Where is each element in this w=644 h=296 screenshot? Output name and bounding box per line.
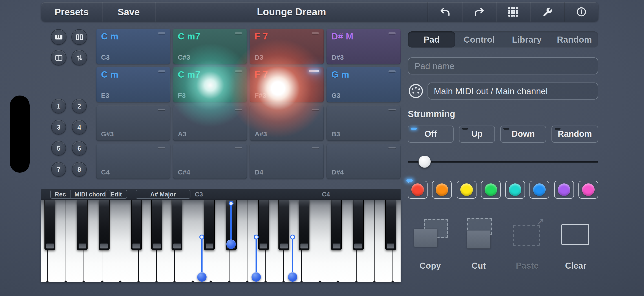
strum-down-button[interactable]: Down	[500, 126, 546, 143]
bank-button-8[interactable]: 8	[72, 162, 87, 177]
redo-button[interactable]	[462, 2, 496, 21]
copy-button[interactable]: Copy	[408, 217, 453, 271]
tab-pad[interactable]: Pad	[408, 31, 456, 47]
split-view-button[interactable]	[51, 50, 66, 65]
bank-button-1[interactable]: 1	[51, 99, 66, 114]
slider-knob[interactable]	[418, 156, 431, 168]
bank-button-5[interactable]: 5	[51, 141, 66, 156]
pad-name-input[interactable]	[408, 57, 598, 74]
bank-button-6[interactable]: 6	[72, 141, 87, 156]
pad-C3[interactable]: C mC3	[96, 29, 170, 64]
pad-G#3[interactable]: G#3	[96, 105, 170, 141]
black-key-F#2[interactable]	[131, 200, 142, 250]
note-pin-stem	[201, 238, 202, 277]
black-key-C#3[interactable]	[204, 200, 215, 250]
pad-C4[interactable]: C4	[96, 144, 170, 179]
strum-selected-led	[504, 128, 509, 129]
color-swatch-3[interactable]	[456, 181, 476, 199]
pad-active-led	[309, 70, 319, 72]
pad-led	[388, 147, 396, 149]
info-button[interactable]	[564, 2, 598, 21]
color-swatch-7[interactable]	[554, 181, 574, 199]
midi-route-field[interactable]: Main MIDI out / Main channel	[428, 83, 598, 100]
pad-note-label: E3	[101, 92, 109, 99]
pad-D4[interactable]: D4	[250, 144, 324, 179]
rec-button[interactable]: Rec	[51, 190, 70, 198]
note-pin-C3[interactable]	[197, 272, 206, 282]
color-dot	[558, 183, 570, 196]
black-key-G#3[interactable]	[278, 200, 289, 250]
strum-up-button[interactable]: Up	[459, 126, 495, 143]
pad-chord-label: C m7	[178, 70, 200, 80]
save-button[interactable]: Save	[102, 2, 156, 21]
tab-random[interactable]: Random	[550, 31, 598, 47]
color-swatch-4[interactable]	[481, 181, 501, 199]
pad-A3[interactable]: A3	[173, 105, 247, 141]
octave-label-C4: C4	[322, 191, 330, 198]
pad-B3[interactable]: B3	[326, 105, 400, 141]
pad-chord-label: C m	[101, 70, 118, 80]
layout-columns-icon	[75, 32, 84, 41]
pad-D3[interactable]: F 7D3	[250, 29, 324, 64]
bank-button-2[interactable]: 2	[72, 99, 87, 114]
clear-button[interactable]: Clear	[553, 217, 598, 271]
pad-C#3[interactable]: C m7C#3	[173, 29, 247, 64]
color-swatch-6[interactable]	[530, 181, 550, 199]
color-swatch-2[interactable]	[432, 181, 452, 199]
pad-E3[interactable]: C mE3	[96, 67, 170, 103]
pad-F#3[interactable]: F 7F#3	[250, 67, 324, 103]
tab-library[interactable]: Library	[503, 31, 550, 47]
pad-C#4[interactable]: C#4	[173, 144, 247, 179]
tab-control[interactable]: Control	[456, 31, 503, 47]
midi-chord-button[interactable]: MIDI chord	[70, 190, 110, 198]
undo-button[interactable]	[428, 2, 462, 21]
pad-chord-label: G m	[332, 70, 350, 80]
color-dot	[509, 183, 522, 196]
color-swatch-1[interactable]	[408, 181, 428, 199]
settings-button[interactable]	[530, 2, 564, 21]
strumming-label: Strumming	[408, 109, 598, 119]
pad-A#3[interactable]: A#3	[250, 105, 324, 141]
transpose-arrows-button[interactable]	[72, 50, 87, 65]
black-key-F#3[interactable]	[258, 200, 269, 250]
black-key-C#2[interactable]	[77, 200, 88, 250]
strum-random-button[interactable]: Random	[552, 126, 598, 143]
keyboard-button[interactable]	[51, 29, 66, 45]
edit-button[interactable]: Edit	[106, 190, 127, 199]
black-key-A#3[interactable]	[299, 200, 310, 250]
pad-D#3[interactable]: D# MD#3	[326, 29, 400, 64]
color-swatch-5[interactable]	[505, 181, 525, 199]
scale-select[interactable]: A# Major	[136, 190, 190, 199]
pad-led	[312, 147, 319, 149]
layout-columns-button[interactable]	[72, 29, 87, 45]
split-view-icon	[54, 53, 63, 62]
bank-button-3[interactable]: 3	[51, 120, 66, 135]
pad-led	[388, 32, 396, 34]
midi-route-row: Main MIDI out / Main channel	[408, 82, 598, 100]
cut-button[interactable]: Cut	[456, 217, 501, 271]
pad-led	[235, 32, 242, 34]
pad-F3[interactable]: C m7F3	[173, 67, 247, 103]
presets-button[interactable]: Presets	[41, 2, 102, 21]
strum-speed-slider[interactable]	[408, 155, 598, 169]
black-key-A#2[interactable]	[172, 200, 182, 250]
black-key-D#2[interactable]	[98, 200, 109, 250]
black-key-F#4[interactable]	[385, 200, 396, 250]
black-key-G#2[interactable]	[151, 200, 162, 250]
bank-button-4[interactable]: 4	[72, 120, 87, 135]
color-dot	[582, 183, 594, 196]
strum-off-button[interactable]: Off	[408, 126, 454, 143]
strum-mode-label: Off	[424, 129, 437, 139]
black-key-A#1[interactable]	[45, 200, 56, 250]
redo-icon	[473, 7, 485, 17]
black-key-C#4[interactable]	[331, 200, 342, 250]
pad-G3[interactable]: G mG3	[326, 67, 400, 103]
color-swatch-8[interactable]	[578, 181, 598, 199]
grid-layout-button[interactable]	[496, 2, 530, 21]
pad-note-label: D3	[255, 53, 263, 61]
pad-note-label: G#3	[101, 130, 114, 138]
strum-mode-label: Up	[471, 129, 483, 139]
bank-button-7[interactable]: 7	[51, 162, 66, 177]
pad-D#4[interactable]: D#4	[326, 144, 400, 179]
black-key-D#4[interactable]	[353, 200, 364, 250]
